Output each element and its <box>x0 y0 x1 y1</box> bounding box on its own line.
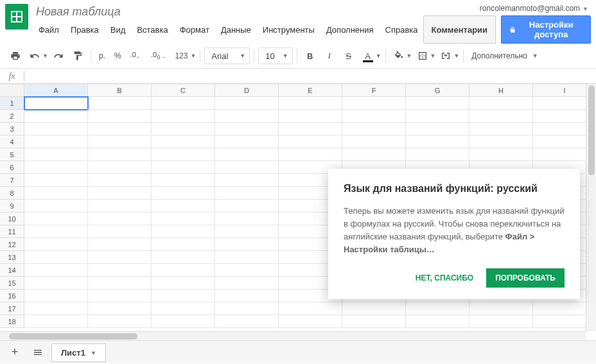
merge-button[interactable]: ▼ <box>437 48 459 64</box>
cell[interactable] <box>215 110 279 123</box>
row-header[interactable]: 5 <box>0 148 24 161</box>
row-header[interactable]: 2 <box>0 110 24 123</box>
strike-button[interactable]: S <box>340 48 358 64</box>
font-size-select[interactable]: 10▼ <box>258 48 292 64</box>
row-header[interactable]: 3 <box>0 123 24 135</box>
borders-button[interactable]: ▼ <box>414 48 436 64</box>
cell[interactable] <box>469 315 533 328</box>
cell[interactable] <box>215 123 279 135</box>
cell[interactable] <box>215 277 279 290</box>
cell[interactable] <box>152 200 215 212</box>
cell[interactable] <box>215 225 279 238</box>
cell[interactable] <box>152 97 215 110</box>
row-header[interactable]: 9 <box>0 200 24 212</box>
cell[interactable] <box>215 315 279 328</box>
cell[interactable] <box>215 290 279 302</box>
cell[interactable] <box>152 302 215 315</box>
cell[interactable] <box>469 302 533 315</box>
decrease-decimal[interactable]: .0← <box>127 51 146 60</box>
cell[interactable] <box>279 97 342 110</box>
column-header[interactable]: E <box>279 84 342 97</box>
cell[interactable] <box>24 161 88 174</box>
column-header[interactable]: B <box>88 84 152 97</box>
cell[interactable] <box>88 161 152 174</box>
vertical-scrollbar[interactable] <box>586 84 596 331</box>
menu-tools[interactable]: Инструменты <box>258 22 320 37</box>
cell[interactable] <box>88 148 152 161</box>
cell[interactable] <box>152 174 215 187</box>
column-header[interactable]: H <box>469 84 533 97</box>
cell[interactable] <box>152 251 215 264</box>
row-header[interactable]: 14 <box>0 264 24 277</box>
menu-file[interactable]: Файл <box>33 22 64 37</box>
row-header[interactable]: 13 <box>0 251 24 264</box>
cell[interactable] <box>152 161 215 174</box>
cell[interactable] <box>88 97 152 110</box>
fx-label[interactable]: fx <box>0 71 24 82</box>
sheet-tab[interactable]: Лист1▼ <box>51 343 106 362</box>
cell[interactable] <box>24 200 88 212</box>
cell[interactable] <box>88 290 152 302</box>
menu-insert[interactable]: Вставка <box>132 22 173 37</box>
italic-button[interactable]: I <box>320 48 338 64</box>
cell[interactable] <box>279 302 342 315</box>
menu-view[interactable]: Вид <box>105 22 131 37</box>
cell[interactable] <box>215 161 279 174</box>
cell[interactable] <box>24 148 88 161</box>
currency-format[interactable]: р. <box>95 51 109 60</box>
paint-format-icon[interactable] <box>69 48 87 64</box>
cell[interactable] <box>24 225 88 238</box>
column-header[interactable]: F <box>342 84 406 97</box>
more-button[interactable]: Дополнительно▼ <box>468 51 538 60</box>
account-email[interactable]: roncolemanmoto@gmail.com▼ <box>423 4 591 13</box>
row-header[interactable]: 18 <box>0 315 24 328</box>
cell[interactable] <box>469 135 533 148</box>
menu-edit[interactable]: Правка <box>66 22 104 37</box>
cell[interactable] <box>215 302 279 315</box>
cell[interactable] <box>24 212 88 225</box>
menu-data[interactable]: Данные <box>216 22 256 37</box>
cell[interactable] <box>88 225 152 238</box>
comments-button[interactable]: Комментарии <box>423 15 496 44</box>
cell[interactable] <box>24 302 88 315</box>
text-color-button[interactable]: A▼ <box>359 48 381 64</box>
cell[interactable] <box>342 123 406 135</box>
cell[interactable] <box>24 251 88 264</box>
dialog-try-button[interactable]: ПОПРОБОВАТЬ <box>486 268 565 288</box>
cell[interactable] <box>88 315 152 328</box>
cell[interactable] <box>469 123 533 135</box>
row-header[interactable]: 16 <box>0 290 24 302</box>
cell[interactable] <box>88 123 152 135</box>
font-select[interactable]: Arial▼ <box>204 48 250 64</box>
cell[interactable] <box>215 212 279 225</box>
cell[interactable] <box>88 302 152 315</box>
document-title[interactable]: Новая таблица <box>33 4 423 20</box>
cell[interactable] <box>406 123 469 135</box>
row-header[interactable]: 12 <box>0 238 24 251</box>
cell[interactable] <box>152 123 215 135</box>
formula-input[interactable] <box>24 69 596 83</box>
cell[interactable] <box>215 238 279 251</box>
cell[interactable] <box>88 200 152 212</box>
cell[interactable] <box>215 264 279 277</box>
horizontal-scrollbar[interactable] <box>0 331 586 340</box>
fill-color-button[interactable]: ▼ <box>390 48 412 64</box>
cell[interactable] <box>469 110 533 123</box>
dialog-no-button[interactable]: НЕТ, СПАСИБО <box>407 268 482 288</box>
column-header[interactable]: G <box>406 84 469 97</box>
share-button[interactable]: Настройки доступа <box>501 15 591 44</box>
cell[interactable] <box>152 212 215 225</box>
number-format[interactable]: 123▼ <box>171 51 196 60</box>
cell[interactable] <box>24 277 88 290</box>
menu-format[interactable]: Формат <box>175 22 215 37</box>
bold-button[interactable]: B <box>301 48 319 64</box>
cell[interactable] <box>24 187 88 200</box>
cell[interactable] <box>152 148 215 161</box>
cell[interactable] <box>24 97 88 110</box>
cell[interactable] <box>88 212 152 225</box>
cell[interactable] <box>342 110 406 123</box>
cell[interactable] <box>88 277 152 290</box>
cell[interactable] <box>152 315 215 328</box>
cell[interactable] <box>215 148 279 161</box>
cell[interactable] <box>152 238 215 251</box>
